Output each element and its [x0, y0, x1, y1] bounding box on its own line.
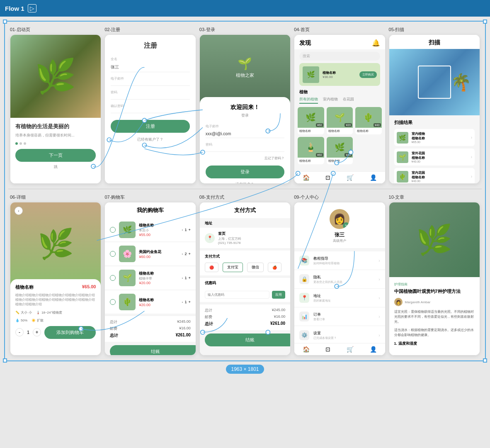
- skip-text[interactable]: 跳: [15, 164, 96, 170]
- plant-card-2[interactable]: 🌱¥20 植物名称: [327, 107, 353, 134]
- cart-qty-dec-2[interactable]: -: [182, 252, 183, 256]
- scan-results-title: 扫描结果: [394, 119, 475, 126]
- flow-play-icon[interactable]: ▷: [28, 4, 36, 12]
- login-button[interactable]: 登录: [206, 166, 284, 178]
- scan-result-3[interactable]: 🌵 室内花园 植物名称 ¥40.00 ›: [394, 168, 475, 184]
- cart-checkbox-4[interactable]: [110, 299, 116, 305]
- coupon-input[interactable]: [205, 291, 269, 299]
- apply-coupon-button[interactable]: 应用: [272, 291, 285, 299]
- cart-qty-dec-4[interactable]: -: [182, 300, 183, 304]
- screen-frame-03: 🌱 植物之家 欢迎回来！ 登录 电子邮件 xxx@i@i.com 密码: [199, 34, 291, 184]
- cart-item-name-2: 美国约金鱼花: [139, 249, 178, 255]
- orders-arrow-icon: ›: [378, 314, 380, 319]
- checkout-button-07[interactable]: 结账: [110, 345, 196, 355]
- nav-scan-icon[interactable]: ⊡: [325, 174, 330, 181]
- menu-item-settings[interactable]: ⚙️ 设置 已完成各项设置？ ›: [294, 326, 385, 345]
- no-account-link[interactable]: 没有账户？: [206, 182, 284, 184]
- tab-indoor-plants[interactable]: 室内植物: [323, 97, 338, 104]
- cart-qty-dec-3[interactable]: -: [182, 276, 183, 280]
- menu-item-orders[interactable]: 📊 订单 查看订单 ›: [294, 307, 385, 326]
- cart-checkbox-2[interactable]: [110, 251, 116, 257]
- settings-title: 设置: [313, 331, 374, 336]
- apple-pay-option[interactable]: 🍎: [268, 263, 281, 272]
- screen-label-08: 08-支付方式: [199, 194, 291, 200]
- payment-shipping-row: 邮费 ¥16.00: [205, 314, 285, 320]
- profile-nav-profile[interactable]: 👤: [370, 346, 377, 353]
- profile-nav-scan[interactable]: ⊡: [325, 346, 330, 353]
- product-info-panel: 植物名称 ¥65.00 植物介绍植物介绍植物介绍植物介绍植物介绍植物介绍植物介绍…: [10, 279, 101, 355]
- qty-increase-btn[interactable]: +: [33, 328, 41, 336]
- settings-sub: 已完成各项设置？: [313, 336, 374, 340]
- corner-handle-tl[interactable]: [3, 19, 7, 24]
- plant-card-5[interactable]: 🌿¥40 植物名称: [327, 137, 353, 164]
- back-button-06[interactable]: ‹: [15, 207, 23, 215]
- address-card[interactable]: 📍 首页 上海，亿宝万科 (021) 735-9178: [200, 228, 290, 248]
- cart-qty-inc-2[interactable]: +: [189, 252, 191, 256]
- menu-item-address[interactable]: 📍 地址 您的家庭地址 ›: [294, 289, 385, 307]
- tab-all-plants[interactable]: 所有的植物: [299, 97, 318, 104]
- menu-item-guide[interactable]: 📚 教程指导 如何种植和培育植物 ›: [294, 251, 385, 270]
- cart-qty-inc-4[interactable]: +: [189, 300, 191, 304]
- name-label: 全名: [111, 57, 189, 61]
- qty-decrease-btn[interactable]: -: [15, 328, 24, 336]
- name-input[interactable]: 张三: [111, 63, 189, 72]
- add-to-cart-button[interactable]: 添加到购物车: [44, 326, 96, 339]
- checkout-button-08[interactable]: 结账: [205, 334, 291, 346]
- login-password-field: 密码: [206, 142, 284, 152]
- user-avatar: 👩 ✎: [330, 209, 349, 229]
- corner-handle-bl[interactable]: [3, 358, 7, 363]
- plant-image-1: 🌿¥60: [298, 107, 324, 128]
- mastercard-option[interactable]: 🔴: [205, 263, 218, 272]
- screen-label-05: 05-扫描: [389, 27, 480, 33]
- article-section-title: 1. 温度和湿度: [394, 341, 475, 346]
- menu-item-privacy[interactable]: 🔒 隐私 更改您之前的私人信息 ›: [294, 270, 385, 289]
- alipay-option[interactable]: 支付宝: [223, 263, 243, 272]
- profile-name: 张三: [335, 231, 344, 239]
- profile-nav-home[interactable]: 🏠: [303, 346, 310, 353]
- next-button[interactable]: 下一页: [15, 149, 96, 162]
- wechat-option[interactable]: 微信: [247, 263, 264, 272]
- tab-flower-plants[interactable]: 在花园: [343, 97, 354, 104]
- total-label: 总计: [110, 333, 118, 338]
- guide-sub: 如何种植和培育植物: [313, 261, 374, 265]
- featured-plant-image: 🌿: [303, 66, 319, 83]
- scan-result-2[interactable]: 🌱 室外花园 植物名称 ¥40.00 ›: [394, 149, 475, 166]
- forgot-password-link[interactable]: 忘记了密码？: [206, 156, 284, 161]
- corner-handle-tr[interactable]: [483, 19, 487, 24]
- nav-cart-icon[interactable]: 🛒: [347, 174, 354, 181]
- cart-item-qty-4: - 1 +: [182, 300, 191, 304]
- plant-card-1[interactable]: 🌿¥60 植物名称: [298, 107, 324, 134]
- already-account-link[interactable]: 已经有账户了？: [111, 137, 189, 142]
- cart-qty-dec-1[interactable]: -: [182, 228, 183, 232]
- cart-qty-inc-1[interactable]: +: [189, 228, 191, 232]
- cart-checkbox-1[interactable]: [110, 227, 116, 233]
- result-info-2: 室外花园 植物名称 ¥40.00: [412, 151, 468, 163]
- plant-card-3[interactable]: 🌵¥40 植物名称: [355, 107, 381, 134]
- search-bar[interactable]: 搜索: [299, 52, 380, 61]
- avatar-edit-icon[interactable]: ✎: [343, 222, 349, 229]
- register-button[interactable]: 注册: [111, 120, 189, 133]
- login-email-input[interactable]: xxx@i@i.com: [206, 130, 284, 138]
- profile-role: 高级用户: [333, 239, 346, 243]
- guide-title: 教程指导: [313, 256, 374, 261]
- screens-row-bottom: 06-详细 🌿 ‹ 植物名称 ¥65.00 植物介绍植物介绍植物介绍植物介绍植物…: [8, 192, 482, 357]
- alipay-label: 支付宝: [227, 265, 238, 270]
- featured-banner[interactable]: 🌿 植物名称 ¥30.00 立即购买: [299, 63, 380, 86]
- confirm-input[interactable]: [111, 110, 189, 113]
- corner-handle-br[interactable]: [483, 358, 487, 363]
- password-input[interactable]: [111, 96, 189, 100]
- cart-qty-val-3: 1: [185, 276, 187, 280]
- guide-arrow-icon: ›: [378, 258, 380, 263]
- cart-checkbox-3[interactable]: [110, 275, 116, 281]
- nav-profile-icon[interactable]: 👤: [370, 174, 377, 181]
- plant-card-4[interactable]: 🎍¥60 植物名称: [298, 137, 324, 164]
- email-input[interactable]: [111, 82, 189, 86]
- nav-home-icon[interactable]: 🏠: [303, 174, 310, 181]
- profile-nav-cart[interactable]: 🛒: [347, 346, 354, 353]
- login-password-input[interactable]: [206, 148, 284, 152]
- purchase-button[interactable]: 立即购买: [359, 71, 377, 78]
- cart-qty-inc-3[interactable]: +: [189, 276, 191, 280]
- notification-icon[interactable]: 🔔: [372, 39, 380, 47]
- scan-result-1[interactable]: 🌿 室内植物 植物名称 ¥65.00 ›: [394, 129, 475, 146]
- result-info-1: 室内植物 植物名称 ¥65.00: [412, 131, 468, 144]
